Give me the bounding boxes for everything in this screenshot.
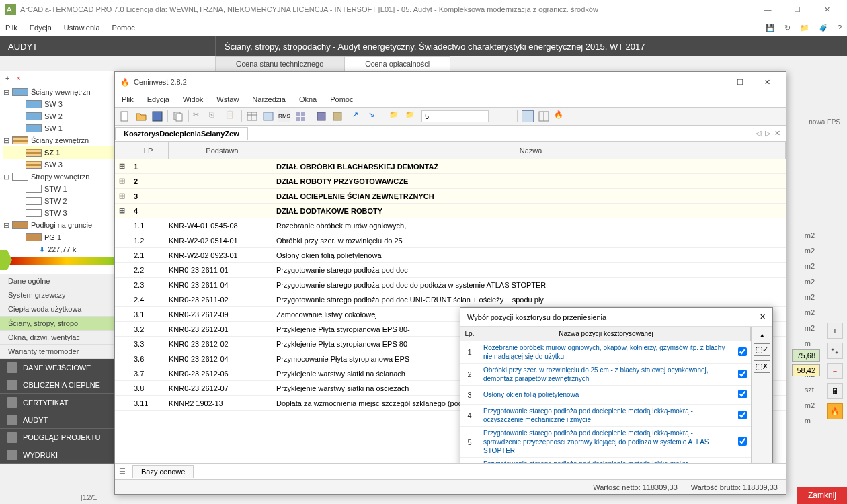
section-row[interactable]: ⊞2DZIAŁ ROBOTY PRZYGOTOWAWCZE	[115, 174, 786, 189]
new-icon[interactable]	[119, 110, 131, 122]
tab-close-icon[interactable]: ✕	[774, 129, 780, 138]
section-row[interactable]: ⊞1DZIAŁ OBRÓBKI BLACHARSKIEJ DEMONTAŻ	[115, 159, 786, 174]
subtab-ocena-stanu[interactable]: Ocena stanu technicznego	[215, 56, 344, 71]
cut-icon[interactable]: ✂	[193, 110, 205, 122]
cen-menu-edycja[interactable]: Edycja	[147, 95, 169, 103]
view2-icon[interactable]	[538, 110, 550, 122]
remove-icon[interactable]: ×	[16, 74, 20, 82]
plus-icon[interactable]: +	[827, 323, 843, 339]
open-icon[interactable]	[135, 110, 147, 122]
table-row[interactable]: 2.1KNR-W2-02 0923-01Osłony okien folią p…	[115, 248, 786, 263]
cen-menu-pomoc[interactable]: Pomoc	[330, 95, 353, 103]
dialog-row[interactable]: 3Osłony okien folią polietylenowa	[460, 386, 751, 405]
table-row[interactable]: 2.3KNR0-23 2611-04Przygotowanie starego …	[115, 278, 786, 292]
tree-node[interactable]: ⊟Ściany wewnętrzn	[3, 86, 131, 98]
tree-node[interactable]: STW 1	[3, 183, 131, 195]
tree-node[interactable]: SW 1	[3, 122, 131, 134]
tree-node-selected[interactable]: SZ 1	[3, 146, 131, 159]
cen-menu-wstaw[interactable]: Wstaw	[216, 95, 239, 103]
menu-edycja[interactable]: Edycja	[30, 24, 52, 32]
refresh-icon[interactable]: ↻	[784, 24, 791, 32]
close-button[interactable]: ✕	[812, 0, 842, 19]
tree-node[interactable]: SW 3	[3, 98, 131, 110]
table-row[interactable]: 1.2KNR-W2-02 0514-01Obróbki przy szer. w…	[115, 233, 786, 248]
dialog-row[interactable]: 6Przygotowanie starego podłoża pod docie…	[460, 458, 751, 463]
dialog-checkbox[interactable]	[738, 411, 747, 419]
dialog-row[interactable]: 2Obróbki przy szer. w rozwinięciu do 25 …	[460, 364, 751, 386]
dialog-checkbox[interactable]	[738, 437, 747, 446]
book2-icon[interactable]	[331, 110, 344, 122]
flame-small-icon[interactable]: 🔥	[554, 110, 566, 122]
folder-yellow-icon[interactable]: 📁	[389, 110, 401, 122]
toolbar-number-input[interactable]	[421, 110, 489, 122]
menu-plik[interactable]: Plik	[5, 24, 17, 32]
select-all-icon[interactable]: ⬚✓	[754, 343, 770, 356]
table-header: LP Podstawa Nazwa	[115, 142, 786, 159]
deselect-all-icon[interactable]: ⬚✗	[754, 360, 770, 373]
tree-node[interactable]: PG 1	[3, 231, 131, 243]
dialog-row[interactable]: 1Rozebranie obróbek murów ogniowych, oka…	[460, 341, 751, 364]
section-row[interactable]: ⊞3DZIAŁ OCIEPLENIE ŚCIAN ZEWNĘTRZNYCH	[115, 189, 786, 204]
tab-next-icon[interactable]: ▷	[765, 129, 770, 138]
arrow2-icon[interactable]: ↘	[368, 110, 380, 122]
folder-icon[interactable]: 📁	[800, 24, 809, 32]
tree-node[interactable]: ⊟Stropy wewnętrzn	[3, 171, 131, 183]
suitcase-icon[interactable]: 🧳	[819, 24, 828, 32]
paste-icon[interactable]: 📋	[225, 110, 237, 122]
grid-icon[interactable]	[294, 110, 307, 122]
save-icon[interactable]	[151, 110, 163, 122]
arrow1-icon[interactable]: ↗	[352, 110, 364, 122]
table-row[interactable]: 2.2KNR0-23 2611-01Przygotowanie starego …	[115, 263, 786, 278]
minus-icon[interactable]: −	[827, 363, 843, 379]
cen-menu-plik[interactable]: Plik	[122, 95, 134, 103]
tree-node[interactable]: ⊟Podłogi na gruncie	[3, 219, 131, 231]
folder-green-icon[interactable]: 📁	[405, 110, 417, 122]
cen-maximize-button[interactable]: ☐	[727, 78, 754, 87]
cen-menu-narzedzia[interactable]: Narzędzia	[252, 95, 286, 103]
view1-icon[interactable]	[522, 110, 534, 122]
copy2-icon[interactable]: ⎘	[209, 110, 221, 122]
doc-tab[interactable]: KosztorysDociepleniaScianyZew	[115, 127, 248, 140]
bottom-tabs: ☰ Bazy cenowe	[115, 463, 786, 479]
save-icon[interactable]: 💾	[766, 24, 775, 32]
dialog-checkbox[interactable]	[738, 390, 747, 398]
close-app-button[interactable]: Zamknij	[797, 487, 847, 504]
dialog-body[interactable]: 1Rozebranie obróbek murów ogniowych, oka…	[460, 341, 751, 463]
dcol-name: Nazwa pozycji kosztorysowanej	[479, 327, 733, 341]
cen-close-button[interactable]: ✕	[754, 78, 780, 87]
dialog-checkbox[interactable]	[738, 347, 747, 356]
tab-prev-icon[interactable]: ◁	[756, 129, 761, 138]
scroll-up-icon[interactable]: ▴	[760, 331, 764, 339]
calculator-icon[interactable]: 🖩	[827, 383, 843, 399]
menu-pomoc[interactable]: Pomoc	[112, 24, 135, 32]
subtab-ocena-oplac[interactable]: Ocena opłacalności	[344, 56, 450, 71]
help-icon[interactable]: ?	[838, 24, 842, 32]
book-icon[interactable]	[315, 110, 327, 122]
cen-minimize-button[interactable]: —	[700, 78, 727, 86]
bottom-tab-bazy[interactable]: Bazy cenowe	[132, 465, 194, 478]
dialog-row[interactable]: 4Przygotowanie starego podłoża pod docie…	[460, 405, 751, 427]
cen-menu-okna[interactable]: Okna	[299, 95, 317, 103]
flame-icon[interactable]: 🔥	[827, 403, 843, 419]
tree-node[interactable]: STW 2	[3, 195, 131, 207]
copy-icon[interactable]	[172, 110, 184, 122]
menu-ustawienia[interactable]: Ustawienia	[64, 24, 100, 32]
add-icon[interactable]: +	[5, 74, 9, 82]
dialog-close-icon[interactable]: ✕	[760, 312, 766, 321]
plus-plus-icon[interactable]: ⁺₊	[827, 343, 843, 359]
tree-node[interactable]: SW 2	[3, 110, 131, 122]
rms-icon[interactable]: RMS	[278, 110, 290, 122]
tree-node[interactable]: SW 3	[3, 159, 131, 171]
minimize-button[interactable]: —	[753, 0, 782, 19]
tree-node[interactable]: ⊟Ściany zewnętrzn	[3, 134, 131, 146]
section-row[interactable]: ⊞4DZIAŁ DODTAKOWE ROBOTY	[115, 204, 786, 218]
cen-menu-widok[interactable]: Widok	[183, 95, 204, 103]
table-row[interactable]: 1.1KNR-W4-01 0545-08Rozebranie obróbek m…	[115, 218, 786, 233]
dialog-checkbox[interactable]	[738, 370, 747, 378]
table-icon[interactable]	[246, 110, 258, 122]
dialog-row[interactable]: 5Przygotowanie starego podłoża pod docie…	[460, 427, 751, 458]
table2-icon[interactable]	[262, 110, 274, 122]
table-row[interactable]: 2.4KNR0-23 2611-02Przygotowanie starego …	[115, 292, 786, 307]
tree-node[interactable]: STW 3	[3, 207, 131, 219]
maximize-button[interactable]: ☐	[782, 0, 812, 19]
